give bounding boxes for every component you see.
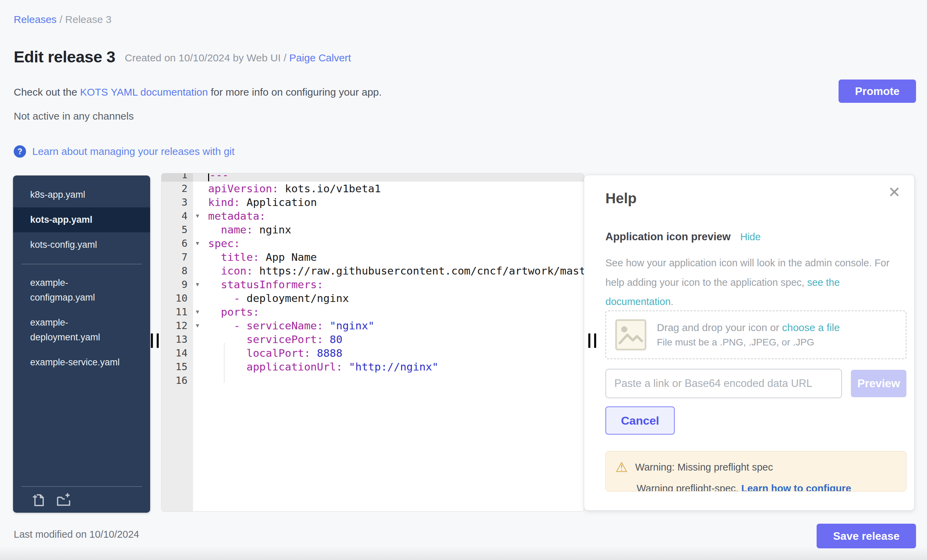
fold-arrow-icon[interactable]: ▾ xyxy=(193,305,202,319)
preflight-warning-box: ⚠ Warning: Missing preflight spec Warnin… xyxy=(605,451,906,492)
fold-spacer xyxy=(193,250,202,264)
fold-arrow-icon[interactable]: ▾ xyxy=(193,237,202,250)
sidebar-bottom-divider xyxy=(21,486,142,487)
file-tree-item[interactable]: kots-app.yaml xyxy=(13,207,150,232)
close-icon[interactable]: ✕ xyxy=(888,184,901,201)
fold-arrow-icon[interactable]: ▾ xyxy=(193,209,202,223)
code-text: title: App Name xyxy=(202,250,317,264)
file-group-2: example- configmap.yamlexample- deployme… xyxy=(13,270,150,375)
help-panel: ✕ Help Application icon preview Hide See… xyxy=(584,175,915,511)
question-mark-icon: ? xyxy=(14,145,26,158)
release-meta: Created on 10/10/2024 by Web UI / Paige … xyxy=(125,52,351,66)
sidebar-resize-handle[interactable] xyxy=(151,334,159,348)
file-tree-sidebar: k8s-app.yamlkots-app.yamlkots-config.yam… xyxy=(13,176,150,513)
icon-url-input[interactable] xyxy=(605,369,842,398)
breadcrumb-separator: / xyxy=(56,14,65,25)
fold-spacer xyxy=(193,182,202,195)
cancel-button[interactable]: Cancel xyxy=(605,407,675,434)
channel-status: Not active in any channels xyxy=(14,110,134,122)
editor-resize-handle[interactable] xyxy=(588,334,596,348)
file-tree-divider xyxy=(21,264,142,264)
title-row: Edit release 3 Created on 10/10/2024 by … xyxy=(14,47,351,66)
code-line[interactable]: 8 icon: https://raw.githubusercontent.co… xyxy=(161,264,584,278)
intro-line: Check out the KOTS YAML documentation fo… xyxy=(14,87,381,98)
code-line[interactable]: 14 localPort: 8888 xyxy=(161,346,584,360)
warning-title: Warning: Missing preflight spec xyxy=(635,461,773,473)
code-line[interactable]: 12▾ - serviceName: "nginx" xyxy=(161,319,584,332)
add-file-icon[interactable] xyxy=(30,492,46,508)
preview-button[interactable]: Preview xyxy=(851,370,906,397)
code-text: applicationUrl: "http://nginx" xyxy=(202,360,438,373)
line-number: 5 xyxy=(161,223,193,237)
code-line[interactable]: 6▾spec: xyxy=(161,237,584,250)
code-line[interactable]: 13 servicePort: 80 xyxy=(161,332,584,346)
code-line[interactable]: 2apiVersion: kots.io/v1beta1 xyxy=(161,182,584,195)
help-panel-title: Help xyxy=(605,190,637,206)
file-tree-item[interactable]: example- deployment.yaml xyxy=(13,310,150,350)
sidebar-bottom xyxy=(13,486,150,513)
git-help-row: ? Learn about managing your releases wit… xyxy=(14,145,234,158)
line-number: 2 xyxy=(161,182,193,195)
code-line[interactable]: 1--- xyxy=(161,173,584,182)
line-number: 9 xyxy=(161,278,193,291)
yaml-code-editor[interactable]: 1---2apiVersion: kots.io/v1beta13kind: A… xyxy=(161,173,584,512)
choose-file-link[interactable]: choose a file xyxy=(782,322,840,333)
release-meta-text: Created on 10/10/2024 by Web UI / xyxy=(125,52,289,64)
code-text: --- xyxy=(202,173,229,182)
code-text: spec: xyxy=(202,237,240,250)
file-tree-item[interactable]: example- configmap.yaml xyxy=(13,270,150,310)
fold-spacer xyxy=(193,373,202,387)
line-number: 7 xyxy=(161,250,193,264)
line-number: 1 xyxy=(161,173,193,182)
line-number: 13 xyxy=(161,332,193,346)
breadcrumb: Releases / Release 3 xyxy=(14,14,111,25)
code-text: apiVersion: kots.io/v1beta1 xyxy=(202,182,381,195)
warning-icon: ⚠ xyxy=(615,460,628,474)
author-link[interactable]: Paige Calvert xyxy=(289,52,351,64)
kots-docs-link[interactable]: KOTS YAML documentation xyxy=(80,87,208,98)
fold-spacer xyxy=(193,195,202,209)
code-line[interactable]: 9▾ statusInformers: xyxy=(161,278,584,291)
learn-configure-link[interactable]: Learn how to configure xyxy=(741,483,851,492)
code-line[interactable]: 7 title: App Name xyxy=(161,250,584,264)
breadcrumb-releases-link[interactable]: Releases xyxy=(14,14,56,25)
file-group-1: k8s-app.yamlkots-app.yamlkots-config.yam… xyxy=(13,182,150,258)
file-tree-item[interactable]: k8s-app.yaml xyxy=(13,182,150,207)
file-tree-item[interactable]: kots-config.yaml xyxy=(13,232,150,257)
line-number: 16 xyxy=(161,373,193,387)
save-release-button[interactable]: Save release xyxy=(817,524,916,548)
intro-after: for more info on configuring your app. xyxy=(208,87,381,98)
warning-detail: Warning preflight-spec. xyxy=(637,483,741,492)
code-line[interactable]: 16 xyxy=(161,373,584,387)
code-line[interactable]: 11▾ ports: xyxy=(161,305,584,319)
bottom-shade xyxy=(0,546,927,560)
icon-dropzone[interactable]: Drag and drop your icon or choose a file… xyxy=(605,311,906,359)
fold-arrow-icon[interactable]: ▾ xyxy=(193,278,202,291)
add-folder-icon[interactable] xyxy=(55,492,71,508)
file-tree-item[interactable]: example-service.yaml xyxy=(13,350,150,375)
line-number: 14 xyxy=(161,346,193,360)
hide-toggle-link[interactable]: Hide xyxy=(740,231,761,243)
code-text: icon: https://raw.githubusercontent.com/… xyxy=(202,264,584,278)
line-number: 3 xyxy=(161,195,193,209)
line-number: 11 xyxy=(161,305,193,319)
code-line[interactable]: 5 name: nginx xyxy=(161,223,584,237)
fold-spacer xyxy=(193,332,202,346)
code-line[interactable]: 15 applicationUrl: "http://nginx" xyxy=(161,360,584,373)
promote-button[interactable]: Promote xyxy=(839,79,916,103)
code-text: - serviceName: "nginx" xyxy=(202,319,374,332)
git-releases-link[interactable]: Learn about managing your releases with … xyxy=(32,146,234,157)
code-line[interactable]: 4▾metadata: xyxy=(161,209,584,223)
fold-spacer xyxy=(193,346,202,360)
code-line[interactable]: 3kind: Application xyxy=(161,195,584,209)
code-line[interactable]: 10 - deployment/nginx xyxy=(161,291,584,305)
breadcrumb-current: Release 3 xyxy=(65,14,111,25)
fold-arrow-icon[interactable]: ▾ xyxy=(193,319,202,332)
code-text: ports: xyxy=(202,305,259,319)
line-number: 6 xyxy=(161,237,193,250)
code-text: kind: Application xyxy=(202,195,317,209)
page-title: Edit release 3 xyxy=(14,47,115,66)
icon-preview-section-title: Application icon preview xyxy=(605,231,731,243)
code-text: metadata: xyxy=(202,209,266,223)
code-text: statusInformers: xyxy=(202,278,323,291)
